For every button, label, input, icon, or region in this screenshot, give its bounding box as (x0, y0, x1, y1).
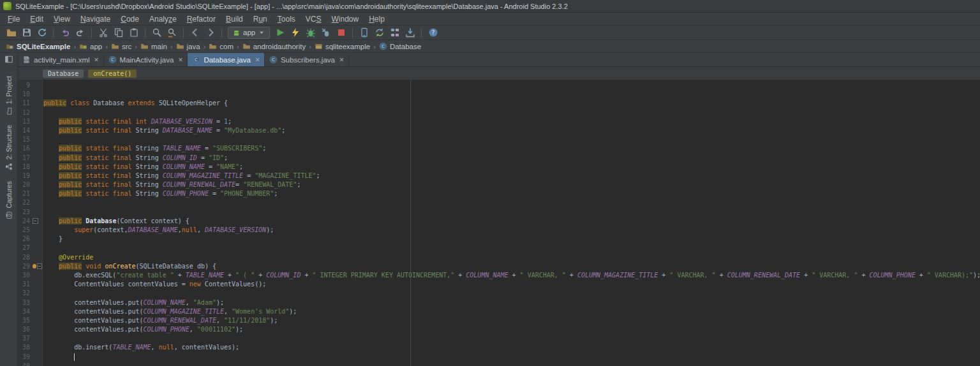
tab-mainactivity.java[interactable]: CMainActivity.java× (104, 53, 188, 66)
breadcrumb-java[interactable]: java (175, 41, 202, 51)
tool-window-stub-captures[interactable]: Captures (5, 181, 13, 219)
fold-marker-icon[interactable]: − (37, 263, 42, 269)
gradle-sync-button[interactable] (372, 26, 387, 40)
breadcrumb-chip-database[interactable]: Database (43, 70, 84, 78)
menu-vcs[interactable]: VCS (301, 13, 327, 25)
code-line-22[interactable] (43, 198, 980, 207)
replace-button[interactable] (165, 26, 179, 40)
copy-button[interactable] (111, 26, 126, 40)
tab-subscribers.java[interactable]: CSubscribers.java× (265, 53, 349, 66)
close-tab-icon[interactable]: × (94, 56, 99, 64)
breadcrumb-src[interactable]: src (110, 41, 133, 51)
stop-button[interactable] (334, 26, 348, 40)
avd-manager-button[interactable] (357, 26, 371, 40)
code-line-10[interactable] (43, 90, 980, 99)
tool-window-stub----project[interactable]: 1: Project (5, 76, 13, 115)
undo-button[interactable] (57, 26, 72, 40)
code-line-27[interactable] (43, 244, 980, 253)
code-area[interactable]: public class Database extends SQLiteOpen… (43, 80, 980, 366)
find-button[interactable] (149, 26, 164, 40)
instant-run-button[interactable] (288, 26, 302, 40)
paste-button[interactable] (126, 26, 141, 40)
code-line-32[interactable] (43, 289, 980, 298)
breadcrumb-database[interactable]: CDatabase (378, 41, 422, 51)
code-line-11[interactable]: public class Database extends SQLiteOpen… (43, 99, 980, 108)
cut-button[interactable] (96, 26, 110, 40)
code-line-13[interactable]: public static final int DATABASE_VERSION… (43, 117, 980, 126)
menu-edit[interactable]: Edit (25, 13, 48, 25)
run-button[interactable] (272, 26, 287, 40)
menu-run[interactable]: Run (248, 13, 272, 25)
code-line-19[interactable]: public static final String COLUMN_MAGAZI… (43, 172, 980, 180)
code-line-9[interactable] (43, 81, 980, 90)
synchronize-button[interactable] (34, 26, 49, 40)
breadcrumb-sqliteexample[interactable]: SQLiteExample (4, 41, 71, 51)
sync-icon (37, 27, 47, 38)
code-line-14[interactable]: public static final String DATABASE_NAME… (43, 126, 980, 135)
menu-view[interactable]: View (48, 13, 75, 25)
debug-button[interactable] (303, 26, 318, 40)
back-button[interactable] (188, 26, 202, 40)
close-tab-icon[interactable]: × (255, 56, 260, 64)
code-line-24[interactable]: public Database(Context context) { (43, 217, 980, 226)
breadcrumb-androidauthority[interactable]: androidauthority (241, 41, 307, 51)
redo-button[interactable] (73, 26, 87, 40)
editor-gutter[interactable]: 9101112131415161718192021222324−25262728… (18, 80, 43, 366)
code-line-33[interactable]: contentValues.put(COLUMN_NAME, "Adam"); (43, 298, 980, 307)
forward-button[interactable] (203, 26, 218, 40)
close-tab-icon[interactable]: × (339, 56, 344, 64)
sdk-manager-button[interactable] (403, 26, 417, 40)
project-structure-button[interactable] (387, 26, 402, 40)
code-line-31[interactable]: ContentValues contentValues = new Conten… (43, 280, 980, 289)
line-number: 10 (18, 90, 33, 99)
code-line-12[interactable] (43, 108, 980, 117)
code-line-23[interactable] (43, 208, 980, 217)
menu-build[interactable]: Build (221, 13, 248, 25)
menu-help[interactable]: Help (364, 13, 390, 25)
menu-tools[interactable]: Tools (272, 13, 301, 25)
code-line-29[interactable]: public void onCreate(SQLiteDatabase db) … (43, 262, 980, 271)
tool-window-toggle-icon[interactable] (4, 55, 13, 66)
breadcrumb-sqliteexample[interactable]: sqliteexample (313, 41, 371, 51)
tool-window-stub----structure[interactable]: 2: Structure (5, 125, 13, 170)
code-line-26[interactable]: } (43, 235, 980, 244)
code-line-35[interactable]: contentValues.put(COLUMN_RENEWAL_DATE, "… (43, 316, 980, 325)
menu-file[interactable]: File (3, 13, 25, 25)
code-line-36[interactable]: contentValues.put(COLUMN_PHONE, "0001110… (43, 325, 980, 334)
menu-code[interactable]: Code (115, 13, 144, 25)
code-editor[interactable]: 9101112131415161718192021222324−25262728… (18, 80, 980, 366)
menu-window[interactable]: Window (326, 13, 364, 25)
attach-debugger-button[interactable] (318, 26, 333, 40)
breadcrumb-app[interactable]: app (78, 41, 103, 51)
close-tab-icon[interactable]: × (178, 56, 182, 64)
menu-analyze[interactable]: Analyze (144, 13, 182, 25)
code-line-18[interactable]: public static final String COLUMN_NAME =… (43, 163, 980, 172)
fold-marker-icon[interactable]: − (33, 218, 38, 224)
code-line-25[interactable]: super(context,DATABASE_NAME,null, DATABA… (43, 226, 980, 235)
code-line-16[interactable]: public static final String TABLE_NAME = … (43, 144, 980, 153)
breadcrumb-chip-oncreate[interactable]: onCreate() (88, 70, 137, 78)
tab-database.java[interactable]: CDatabase.java× (188, 53, 265, 66)
code-line-15[interactable] (43, 135, 980, 144)
code-line-17[interactable]: public static final String COLUMN_ID = "… (43, 154, 980, 163)
open-file-button[interactable] (4, 26, 19, 40)
save-all-button[interactable] (19, 26, 34, 40)
code-line-28[interactable]: @Override (43, 253, 980, 262)
code-line-40[interactable] (43, 362, 980, 366)
run-configuration-selector[interactable]: app (228, 27, 270, 39)
overriding-method-icon[interactable] (33, 264, 36, 268)
code-line-39[interactable] (43, 353, 980, 362)
breadcrumb-com[interactable]: com (207, 41, 235, 51)
code-line-38[interactable]: db.insert(TABLE_NAME, null, contentValue… (43, 343, 980, 352)
code-line-30[interactable]: db.execSQL("create table " + TABLE_NAME … (43, 271, 980, 280)
tab-activity_main.xml[interactable]: </>activity_main.xml× (18, 53, 104, 66)
code-line-21[interactable]: public static final String COLUMN_PHONE … (43, 189, 980, 198)
code-line-34[interactable]: contentValues.put(COLUMN_MAGAZINE_TITLE,… (43, 307, 980, 316)
code-line-20[interactable]: public static final String COLUMN_RENEWA… (43, 180, 980, 189)
breadcrumb-main[interactable]: main (139, 41, 168, 51)
menu-navigate[interactable]: Navigate (75, 13, 115, 25)
menu-refactor[interactable]: Refactor (182, 13, 221, 25)
line-number: 39 (18, 353, 33, 362)
code-line-37[interactable] (43, 334, 980, 343)
help-button[interactable]: ? (426, 26, 440, 40)
